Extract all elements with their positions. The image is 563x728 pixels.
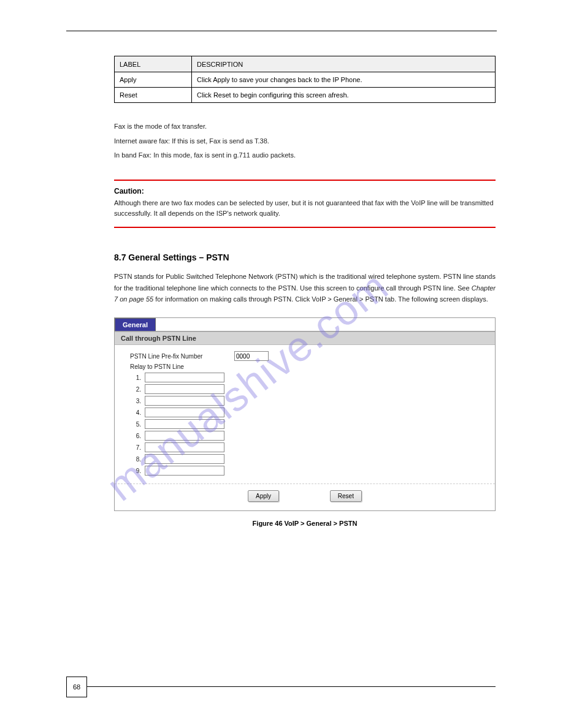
warning-title: Caution: bbox=[114, 187, 496, 195]
relay-input-7[interactable] bbox=[145, 442, 224, 452]
description-line: Internet aware fax: If this is set, Fax … bbox=[114, 136, 496, 147]
warning-block: Caution: Although there are two fax mode… bbox=[114, 180, 496, 228]
warning-rule-bottom bbox=[114, 227, 496, 228]
section-text-before: PSTN stands for Public Switched Telephon… bbox=[114, 273, 496, 292]
relay-num: 1. bbox=[132, 374, 141, 381]
table-cell-description: Click Reset to begin configuring this sc… bbox=[192, 88, 496, 103]
header-rule bbox=[66, 31, 497, 31]
description-block: Fax is the mode of fax transfer. Interne… bbox=[114, 121, 496, 161]
relay-input-2[interactable] bbox=[145, 384, 224, 394]
description-line: Fax is the mode of fax transfer. bbox=[114, 121, 496, 132]
relay-num: 6. bbox=[132, 433, 141, 439]
table-row: Reset Click Reset to begin configuring t… bbox=[115, 88, 496, 103]
relay-input-3[interactable] bbox=[145, 396, 224, 406]
tab-general[interactable]: General bbox=[115, 318, 156, 331]
prefix-number-label: PSTN Line Pre-fix Number bbox=[130, 353, 228, 360]
table-row: Apply Click Apply to save your changes b… bbox=[115, 72, 496, 88]
relay-input-5[interactable] bbox=[145, 419, 224, 429]
warning-text: Although there are two fax modes can be … bbox=[114, 198, 496, 219]
relay-input-1[interactable] bbox=[145, 373, 224, 382]
relay-input-9[interactable] bbox=[145, 466, 224, 476]
relay-input-8[interactable] bbox=[145, 454, 224, 464]
description-line: In band Fax: In this mode, fax is sent i… bbox=[114, 150, 496, 161]
table-cell-label: Reset bbox=[115, 88, 192, 103]
warning-rule-top bbox=[114, 180, 496, 181]
label-description-table: LABEL DESCRIPTION Apply Click Apply to s… bbox=[114, 56, 496, 103]
figure-caption: Figure 46 VoIP > General > PSTN bbox=[114, 520, 496, 527]
relay-num: 2. bbox=[132, 386, 141, 393]
section-paragraph: PSTN stands for Public Switched Telephon… bbox=[114, 271, 496, 305]
table-cell-label: Apply bbox=[115, 72, 192, 88]
relay-num: 8. bbox=[132, 456, 141, 463]
relay-input-6[interactable] bbox=[145, 431, 224, 441]
relay-num: 3. bbox=[132, 398, 141, 404]
table-header-description: DESCRIPTION bbox=[192, 56, 496, 72]
table-cell-description: Click Apply to save your changes back to… bbox=[192, 72, 496, 88]
apply-button[interactable]: Apply bbox=[248, 490, 279, 502]
relay-num: 7. bbox=[132, 444, 141, 451]
figure-screenshot: General Call through PSTN Line PSTN Line… bbox=[114, 317, 496, 511]
section-header-pstn: Call through PSTN Line bbox=[115, 332, 495, 345]
relay-num: 4. bbox=[132, 409, 141, 416]
relay-to-pstn-label: Relay to PSTN Line bbox=[130, 363, 495, 370]
footer-rule bbox=[87, 686, 496, 687]
section-heading: 8.7 General Settings – PSTN bbox=[114, 252, 497, 262]
prefix-number-input[interactable] bbox=[234, 351, 269, 361]
table-header-label: LABEL bbox=[115, 56, 192, 72]
page-number: 68 bbox=[66, 677, 87, 697]
section-text-after: for information on making calls through … bbox=[153, 295, 488, 303]
reset-button[interactable]: Reset bbox=[330, 490, 362, 502]
relay-num: 5. bbox=[132, 421, 141, 428]
relay-num: 9. bbox=[132, 468, 141, 474]
relay-input-4[interactable] bbox=[145, 408, 224, 417]
